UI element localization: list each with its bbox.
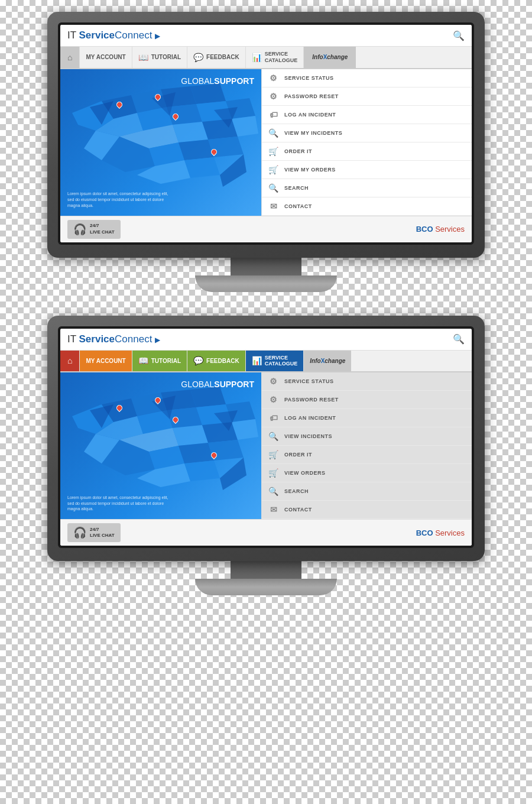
stand-top-top	[231, 258, 301, 275]
sidebar-search-b[interactable]: 🔍 SEARCH	[262, 482, 472, 501]
sidebar-order-it-label-b: ORDER IT	[284, 452, 312, 458]
sidebar-log-incident-label: LOG AN INCIDENT	[284, 112, 336, 118]
sidebar-service-status[interactable]: ⚙ SERVICE STATUS	[262, 69, 472, 87]
cart-icon-b: 🛒	[268, 450, 280, 459]
sidebar-view-orders-label: VIEW MY ORDERS	[284, 167, 336, 173]
live-chat-text-bottom: 24/7 LIVE CHAT	[90, 527, 115, 539]
sidebar-contact-b[interactable]: ✉ CONTACT	[262, 501, 472, 519]
nav-infoxchange[interactable]: InfoXchange	[304, 47, 356, 68]
live-chat-top[interactable]: 🎧 24/7 LIVE CHAT	[67, 220, 121, 239]
search-incident-icon-b: 🔍	[268, 432, 280, 441]
envelope-icon: ✉	[268, 202, 280, 211]
sidebar-service-status-b[interactable]: ⚙ SERVICE STATUS	[262, 372, 472, 391]
svg-marker-16	[179, 140, 214, 160]
sidebar-order-it[interactable]: 🛒 ORDER IT	[262, 142, 472, 161]
sidebar-password-reset-b[interactable]: ⚙ PASSWORD RESET	[262, 391, 472, 409]
screen-top: IT ServiceConnect ▶ 🔍 ⌂ MY ACCOUNT 📖	[60, 25, 472, 242]
nav-tutorial-b[interactable]: 📖 TUTORIAL	[132, 351, 187, 372]
sidebar-view-incidents-b[interactable]: 🔍 VIEW INCIDENTS	[262, 427, 472, 446]
sidebar-view-incidents-label: VIEW MY INCIDENTS	[284, 130, 342, 136]
search-icon-bottom[interactable]: 🔍	[453, 333, 465, 345]
svg-marker-36	[202, 422, 238, 443]
sidebar-view-orders[interactable]: 🛒 VIEW MY ORDERS	[262, 161, 472, 179]
nav-home-b[interactable]: ⌂	[60, 351, 80, 372]
sidebar-log-incident-label-b: LOG AN INCIDENT	[284, 415, 336, 421]
cart-search-icon: 🛒	[268, 165, 280, 174]
home-icon-b: ⌂	[67, 356, 72, 365]
nav-my-account[interactable]: MY ACCOUNT	[80, 47, 132, 68]
live-chat-bottom[interactable]: 🎧 24/7 LIVE CHAT	[67, 523, 121, 542]
sidebar-contact[interactable]: ✉ CONTACT	[262, 197, 472, 216]
logo-arrow: ▶	[155, 32, 160, 40]
logo-service: Service	[79, 30, 115, 41]
screen-bezel-top: IT ServiceConnect ▶ 🔍 ⌂ MY ACCOUNT 📖	[58, 22, 474, 245]
nav-service-catalogue-b[interactable]: 📊 SERVICECATALOGUE	[246, 351, 304, 372]
nav-home[interactable]: ⌂	[60, 47, 80, 68]
sidebar-log-incident-b[interactable]: 🏷 LOG AN INCIDENT	[262, 409, 472, 427]
svg-marker-34	[190, 387, 226, 407]
chat-hours-bottom: 24/7	[90, 527, 115, 533]
stand-top-bottom	[231, 561, 301, 579]
nav-my-account-label-b: MY ACCOUNT	[86, 358, 125, 364]
nav-bar-bottom: ⌂ MY ACCOUNT 📖 TUTORIAL 💬 FEEDBACK 📊	[60, 351, 472, 373]
screen-bezel-bottom: IT ServiceConnect ▶ 🔍 ⌂ MY ACCOUNT 📖	[58, 326, 474, 549]
sidebar-password-reset-label-b: PASSWORD RESET	[284, 397, 339, 403]
nav-service-catalogue[interactable]: 📊 SERVICECATALOGUE	[246, 47, 304, 68]
sidebar-search[interactable]: 🔍 SEARCH	[262, 179, 472, 197]
infox-brand: InfoXchange	[312, 54, 348, 60]
lock-icon-b: ⚙	[268, 395, 280, 404]
sidebar-log-incident[interactable]: 🏷 LOG AN INCIDENT	[262, 106, 472, 124]
app-header-top: IT ServiceConnect ▶ 🔍	[60, 25, 472, 47]
search-icon-side-b: 🔍	[268, 487, 280, 496]
logo-connect: Connect	[115, 30, 152, 41]
live-chat-text-top: 24/7 LIVE CHAT	[90, 223, 115, 235]
bco-logo-top: BCO Services	[416, 225, 465, 234]
chat-icon: 💬	[193, 53, 203, 62]
app-header-bottom: IT ServiceConnect ▶ 🔍	[60, 329, 472, 351]
nav-feedback[interactable]: 💬 FEEDBACK	[187, 47, 246, 68]
sidebar-view-orders-label-b: VIEW ORDERS	[284, 470, 326, 476]
cart-icon: 🛒	[268, 147, 280, 156]
nav-tutorial-label-b: TUTORIAL	[151, 358, 181, 364]
nav-tutorial[interactable]: 📖 TUTORIAL	[132, 47, 187, 68]
app-logo-bottom: IT ServiceConnect ▶	[67, 333, 160, 345]
services-text-top: Services	[435, 225, 465, 234]
svg-marker-33	[173, 425, 208, 446]
svg-marker-8	[173, 122, 208, 142]
monitor-frame-top: IT ServiceConnect ▶ 🔍 ⌂ MY ACCOUNT 📖	[47, 12, 485, 258]
screen-bottom: IT ServiceConnect ▶ 🔍 ⌂ MY ACCOUNT 📖	[60, 329, 472, 546]
sidebar-contact-label: CONTACT	[284, 203, 312, 209]
sidebar-order-it-b[interactable]: 🛒 ORDER IT	[262, 446, 472, 464]
sidebar-view-incidents[interactable]: 🔍 VIEW MY INCIDENTS	[262, 124, 472, 142]
search-icon[interactable]: 🔍	[453, 30, 465, 41]
bco-text-bottom: BCO	[416, 529, 433, 537]
search-icon-side: 🔍	[268, 183, 280, 193]
bco-logo-bottom: BCO Services	[416, 529, 465, 537]
chat-label-bottom: LIVE CHAT	[90, 533, 115, 539]
hero-map-top: GLOBALSUPPORT Lorem ipsum dolor sit amet…	[60, 69, 261, 216]
sidebar-password-reset[interactable]: ⚙ PASSWORD RESET	[262, 87, 472, 106]
sidebar-view-orders-b[interactable]: 🛒 VIEW ORDERS	[262, 464, 472, 482]
nav-my-account-b[interactable]: MY ACCOUNT	[80, 351, 132, 372]
logo-connect-b: Connect	[115, 333, 152, 345]
sidebar-view-incidents-label-b: VIEW INCIDENTS	[284, 433, 332, 439]
monitor-frame-bottom: IT ServiceConnect ▶ 🔍 ⌂ MY ACCOUNT 📖	[47, 316, 485, 562]
sidebar-order-it-label: ORDER IT	[284, 148, 312, 154]
hero-body-text-bottom: Lorem ipsum dolor sit amet, consectetur …	[67, 495, 174, 512]
book-icon-b: 📖	[138, 356, 148, 365]
hero-title: GLOBALSUPPORT	[181, 76, 254, 86]
sidebar-bottom: ⚙ SERVICE STATUS ⚙ PASSWORD RESET 🏷 LOG …	[261, 372, 472, 519]
svg-marker-45	[184, 461, 220, 481]
nav-feedback-b[interactable]: 💬 FEEDBACK	[187, 351, 246, 372]
stand-base-top	[195, 275, 337, 292]
logo-it-b: IT	[67, 333, 79, 345]
nav-infoxchange-b[interactable]: InfoXchange	[304, 351, 351, 372]
sidebar-top: ⚙ SERVICE STATUS ⚙ PASSWORD RESET 🏷 LOG …	[261, 69, 472, 216]
sidebar-search-label: SEARCH	[284, 185, 309, 191]
nav-bar-top: ⌂ MY ACCOUNT 📖 TUTORIAL 💬 FEEDBACK 📊	[60, 47, 472, 69]
nav-my-account-label: MY ACCOUNT	[86, 54, 125, 60]
hero-title-b: GLOBALSUPPORT	[181, 380, 254, 389]
gear-icon-b: ⚙	[268, 377, 280, 386]
book-icon: 📖	[138, 53, 148, 62]
tag-icon: 🏷	[268, 110, 280, 119]
